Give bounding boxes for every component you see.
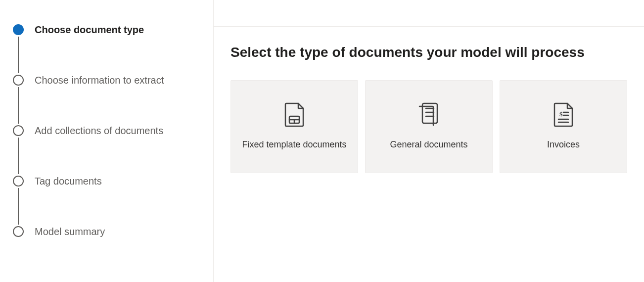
card-label: Fixed template documents [242, 138, 346, 151]
step-connector [18, 87, 19, 124]
wizard-steps: Choose document type Choose information … [13, 24, 203, 237]
step-label: Add collections of documents [35, 125, 163, 137]
step-indicator-inactive-icon [13, 125, 24, 136]
card-label: General documents [390, 138, 467, 151]
step-indicator-inactive-icon [13, 176, 24, 187]
fixed-template-document-icon [283, 102, 305, 129]
step-choose-information[interactable]: Choose information to extract [13, 74, 203, 86]
step-indicator-inactive-icon [13, 226, 24, 237]
document-type-cards: Fixed template documents General documen… [230, 80, 627, 173]
step-label: Choose document type [35, 24, 144, 36]
card-invoices[interactable]: $ Invoices [500, 80, 627, 173]
main-content-area: Select the type of documents your model … [214, 0, 644, 282]
step-label: Tag documents [35, 175, 102, 187]
general-documents-icon [417, 102, 440, 129]
step-indicator-inactive-icon [13, 75, 24, 86]
svg-text:$: $ [559, 110, 563, 118]
step-indicator-active-icon [13, 24, 24, 35]
card-label: Invoices [547, 138, 580, 151]
step-model-summary[interactable]: Model summary [13, 226, 203, 237]
step-label: Model summary [35, 226, 105, 237]
card-general-documents[interactable]: General documents [365, 80, 493, 173]
step-choose-document-type[interactable]: Choose document type [13, 24, 203, 36]
step-connector [18, 188, 19, 225]
main-content: Select the type of documents your model … [214, 27, 644, 191]
header-divider [214, 0, 644, 27]
step-connector [18, 138, 19, 174]
invoice-document-icon: $ [552, 102, 574, 129]
page-title: Select the type of documents your model … [230, 45, 627, 60]
step-connector [18, 37, 19, 73]
step-label: Choose information to extract [35, 74, 164, 86]
card-fixed-template[interactable]: Fixed template documents [230, 80, 358, 173]
step-add-collections[interactable]: Add collections of documents [13, 125, 203, 137]
step-tag-documents[interactable]: Tag documents [13, 175, 203, 187]
wizard-sidebar: Choose document type Choose information … [0, 0, 214, 282]
